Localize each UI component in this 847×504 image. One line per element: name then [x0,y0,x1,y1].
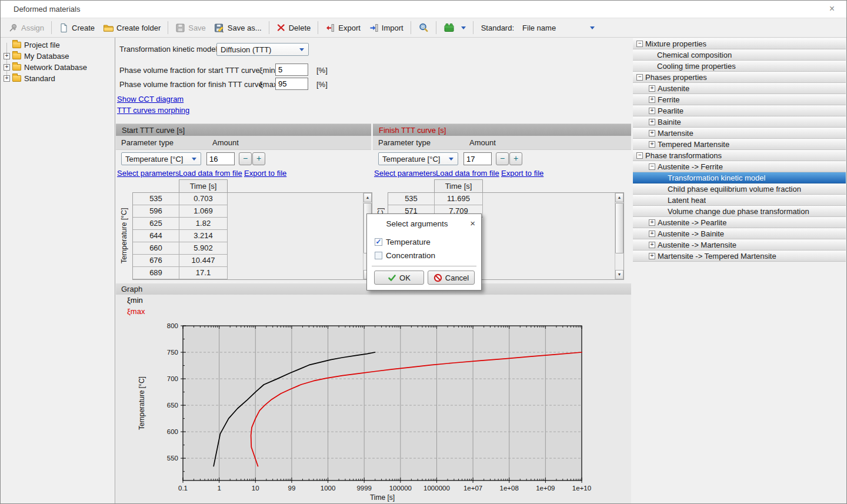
property-tree-item[interactable]: Child phase equilibrium volume fraction [633,183,846,195]
temperature-cell[interactable]: 625 [133,218,179,230]
property-tree-item[interactable]: −Phase transformations [633,150,846,161]
tree-item[interactable]: +My Database [1,51,115,62]
property-tree-item[interactable]: +Pearlite [633,105,846,116]
temperature-cell[interactable]: 596 [133,205,179,218]
xi-max-input[interactable] [275,78,308,90]
expand-icon[interactable]: + [649,85,655,92]
property-tree-item[interactable]: Volume change due phase transformation [633,206,846,217]
finish-table-scrollbar[interactable]: ▲ ▼ [615,193,623,279]
expand-icon[interactable]: − [636,41,643,47]
lego-dropdown-arrow[interactable] [461,26,466,29]
time-cell[interactable]: 1.82 [179,218,228,230]
start-amount-input[interactable] [206,152,235,165]
property-tree-item[interactable]: +Austenite [633,83,846,94]
search-button[interactable] [414,20,433,35]
expand-icon[interactable]: + [649,96,655,103]
ok-button[interactable]: OK [374,271,424,285]
scrollbar-thumb[interactable] [615,203,623,253]
property-tree-item[interactable]: +Ferrite [633,94,846,105]
expand-icon[interactable]: + [649,141,655,148]
create-button[interactable]: Create [55,20,99,35]
save-button[interactable]: Save [171,20,210,35]
expand-icon[interactable]: + [649,219,655,226]
dialog-close-button[interactable]: × [470,218,475,228]
time-cell[interactable]: 1.069 [179,205,228,218]
start-param-type-combo[interactable]: Temperature [°C] [121,152,201,165]
property-tree-item[interactable]: +Tempered Martensite [633,139,846,150]
finish-amount-input[interactable] [463,152,492,165]
finish-param-type-combo[interactable]: Temperature [°C] [378,152,458,165]
temperature-cell[interactable]: 689 [133,267,179,279]
scroll-up-icon[interactable]: ▲ [615,193,623,202]
scroll-up-icon[interactable]: ▲ [364,193,372,202]
checkbox-unchecked[interactable] [375,252,382,259]
scroll-down-icon[interactable]: ▼ [615,270,623,279]
finish-load-data-link[interactable]: Load data from file [436,169,499,178]
property-tree-item[interactable]: +Austenite -> Martensite [633,239,846,251]
property-tree-item[interactable]: +Bainite [633,116,846,128]
ttt-morphing-link[interactable]: TTT curves morphing [117,106,189,115]
time-cell[interactable]: 5.902 [179,242,228,255]
expand-icon[interactable]: + [649,242,655,248]
expand-icon[interactable]: + [649,130,655,136]
checkbox-checked[interactable]: ✓ [375,238,382,246]
window-close-button[interactable]: × [826,4,838,14]
time-cell[interactable]: 0.703 [179,193,228,205]
finish-select-parameters-link[interactable]: Select parameters [374,169,436,178]
temperature-cell[interactable]: 660 [133,242,179,255]
expand-icon[interactable]: + [4,75,10,82]
standard-dropdown-arrow[interactable] [590,26,595,29]
expand-icon[interactable]: + [649,231,655,237]
cancel-button[interactable]: Cancel [428,271,475,285]
kinetic-model-combo[interactable]: Diffusion (TTT) [216,43,309,56]
materials-library-button[interactable] [439,20,470,35]
import-button[interactable]: Import [365,20,408,35]
property-tree-item[interactable]: +Martensite -> Tempered Martensite [633,251,846,262]
time-cell[interactable]: 3.214 [179,230,228,242]
property-tree-item[interactable]: −Austenite -> Ferrite [633,161,846,172]
time-cell[interactable]: 11.695 [435,193,483,205]
time-cell[interactable]: 17.1 [179,267,228,279]
property-tree-item[interactable]: −Mixture properties [633,38,846,49]
start-amount-increase-button[interactable]: + [252,152,265,165]
xi-min-input[interactable] [275,64,308,76]
temperature-cell[interactable]: 535 [388,193,435,205]
start-select-parameters-link[interactable]: Select parameters [117,169,179,178]
expand-icon[interactable]: + [649,253,655,259]
checkbox-row[interactable]: Concentration [375,250,435,261]
expand-icon[interactable]: + [649,119,655,125]
property-tree-item[interactable]: +Austenite -> Pearlite [633,217,846,228]
start-export-link[interactable]: Export to file [244,169,286,178]
temperature-cell[interactable]: 644 [133,230,179,242]
tree-item[interactable]: Project file [1,39,115,51]
delete-button[interactable]: Delete [272,20,315,35]
temperature-cell[interactable]: 676 [133,255,179,267]
property-tree-item[interactable]: Latent heat [633,195,846,206]
create-folder-button[interactable]: Create folder [99,20,165,35]
expand-icon[interactable]: − [636,152,643,159]
property-tree-item[interactable]: Chemical composition [633,49,846,61]
start-load-data-link[interactable]: Load data from file [179,169,242,178]
finish-amount-increase-button[interactable]: + [509,152,522,165]
start-amount-decrease-button[interactable]: − [239,152,252,165]
expand-icon[interactable]: − [649,163,655,170]
expand-icon[interactable]: − [636,74,643,81]
tree-item[interactable]: +Network Database [1,62,115,73]
property-tree-item[interactable]: −Phases properties [633,72,846,83]
assign-button[interactable]: Assign [4,20,48,35]
standard-combo[interactable]: Standard: File name [481,24,595,32]
checkbox-row[interactable]: ✓Temperature [375,236,431,247]
property-tree-item[interactable]: Cooling time properties [633,61,846,72]
show-cct-link[interactable]: Show CCT diagram [117,95,184,104]
expand-icon[interactable]: + [4,64,10,71]
finish-amount-decrease-button[interactable]: − [496,152,509,165]
expand-icon[interactable]: + [649,108,655,114]
finish-export-link[interactable]: Export to file [501,169,543,178]
tree-item[interactable]: +Standard [1,73,115,84]
export-button[interactable]: Export [321,20,365,35]
expand-icon[interactable]: + [4,53,10,59]
save-as-button[interactable]: Save as... [210,20,266,35]
property-tree-item[interactable]: +Martensite [633,128,846,139]
property-tree-item-selected[interactable]: Transformation kinetic model [633,172,846,183]
property-tree-item[interactable]: +Austenite -> Bainite [633,228,846,239]
